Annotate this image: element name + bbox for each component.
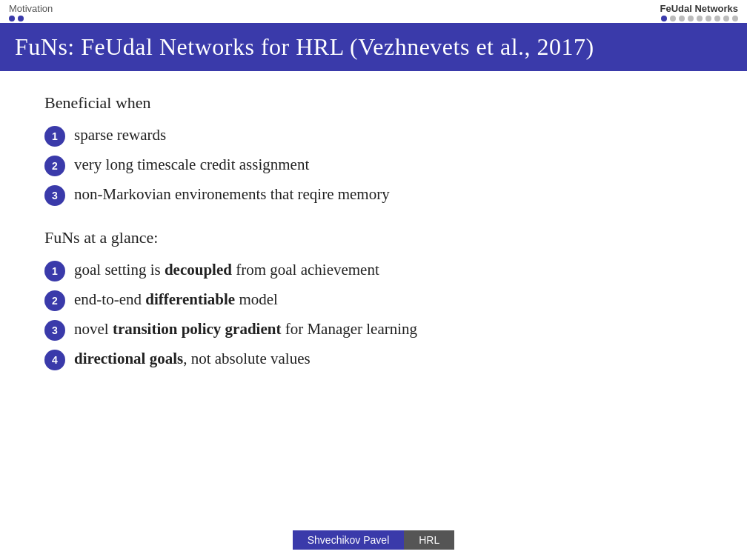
- rdot-9: [732, 16, 738, 21]
- list-item: 1 goal setting is decoupled from goal ac…: [44, 259, 703, 281]
- bullet-num-2: 2: [44, 156, 65, 176]
- section2-label: FuNs at a glance:: [44, 228, 703, 247]
- rdot-7: [714, 16, 720, 21]
- right-dots: [661, 16, 738, 21]
- dot-1: [9, 16, 15, 21]
- footer-author: Shvechikov Pavel: [293, 530, 405, 550]
- glance-item4: directional goals, not absolute values: [74, 348, 311, 370]
- bullet-num-g2: 2: [44, 290, 65, 311]
- list-item: 2 very long timescale credit assignment: [44, 154, 703, 176]
- glance-item1: goal setting is decoupled from goal achi…: [74, 259, 379, 281]
- main-content: Beneficial when 1 sparse rewards 2 very …: [0, 71, 747, 523]
- item2-text: very long timescale credit assignment: [74, 154, 309, 176]
- bullet-num-g3: 3: [44, 320, 65, 341]
- rdot-5: [697, 16, 703, 21]
- rdot-8: [723, 16, 729, 21]
- item1-text: sparse rewards: [74, 124, 166, 146]
- rdot-6: [706, 16, 711, 21]
- right-section-title: FeUdal Networks: [660, 3, 738, 14]
- top-left-nav: Motivation: [9, 3, 53, 21]
- list-item: 1 sparse rewards: [44, 124, 703, 147]
- list-item: 2 end-to-end differentiable model: [44, 289, 703, 311]
- rdot-2: [670, 16, 676, 21]
- glance-item3: novel transition policy gradient for Man…: [74, 319, 417, 340]
- top-right-nav: FeUdal Networks: [660, 3, 738, 21]
- rdot-1: [661, 16, 667, 21]
- rdot-4: [688, 16, 694, 21]
- left-dots: [9, 16, 53, 21]
- bullet-num-g1: 1: [44, 261, 65, 281]
- bullet-num-1: 1: [44, 126, 65, 147]
- rdot-3: [679, 16, 685, 21]
- glance-item2: end-to-end differentiable model: [74, 289, 278, 310]
- list-item: 3 non-Markovian environements that reqir…: [44, 184, 703, 206]
- dot-2: [18, 16, 24, 21]
- section-beneficial: Beneficial when 1 sparse rewards 2 very …: [44, 93, 703, 228]
- list-item: 3 novel transition policy gradient for M…: [44, 319, 703, 341]
- slide-header: FuNs: FeUdal Networks for HRL (Vezhnevet…: [0, 23, 747, 71]
- item3-text: non-Markovian environements that reqire …: [74, 184, 390, 205]
- slide-title: FuNs: FeUdal Networks for HRL (Vezhnevet…: [15, 33, 594, 60]
- slide: Motivation FeUdal Networks FuNs: FeUda: [0, 0, 747, 560]
- top-bar: Motivation FeUdal Networks: [0, 0, 747, 23]
- section1-label: Beneficial when: [44, 93, 703, 113]
- footer-topic: HRL: [404, 530, 454, 550]
- footer: Shvechikov Pavel HRL: [0, 523, 747, 560]
- section1-list: 1 sparse rewards 2 very long timescale c…: [44, 124, 703, 206]
- section-funs: FuNs at a glance: 1 goal setting is deco…: [44, 228, 703, 393]
- section2-list: 1 goal setting is decoupled from goal ac…: [44, 259, 703, 370]
- left-section-title: Motivation: [9, 3, 53, 14]
- bullet-num-3: 3: [44, 185, 65, 206]
- list-item: 4 directional goals, not absolute values: [44, 348, 703, 370]
- bullet-num-g4: 4: [44, 350, 65, 370]
